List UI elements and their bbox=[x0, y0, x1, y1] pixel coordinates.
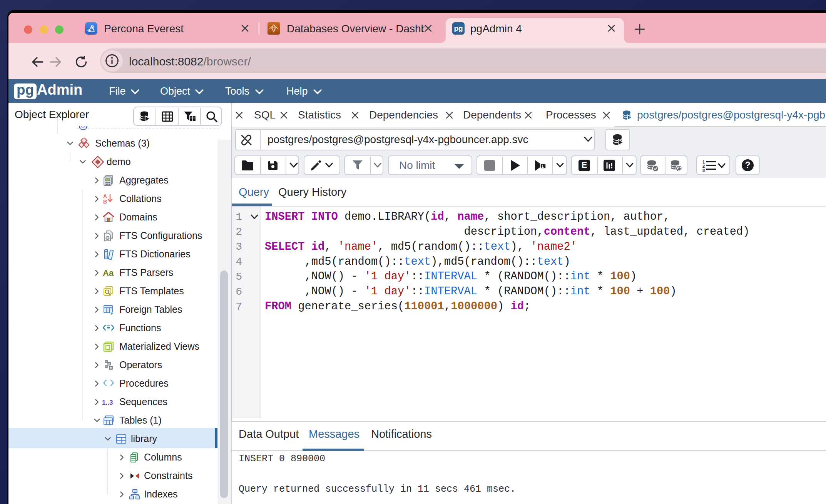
svg-text:1: 1 bbox=[542, 164, 544, 169]
svg-text:3: 3 bbox=[702, 168, 705, 172]
svg-text:Aa: Aa bbox=[103, 268, 114, 278]
svg-text:B: B bbox=[103, 199, 107, 205]
svg-text:1..3: 1..3 bbox=[102, 399, 113, 406]
